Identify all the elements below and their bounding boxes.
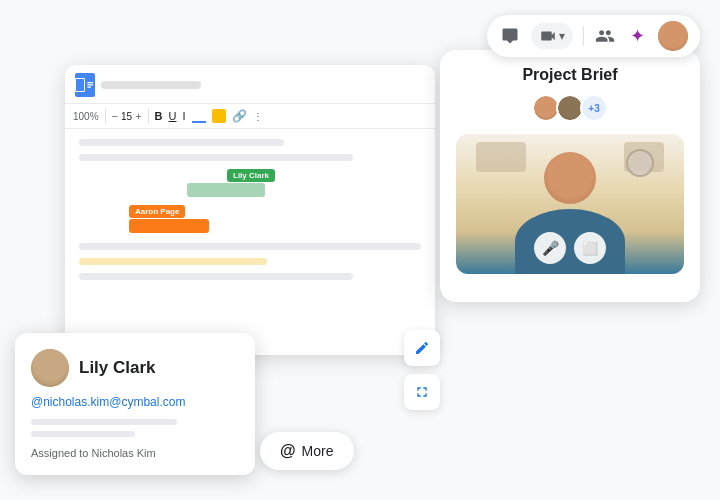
profile-email[interactable]: @nicholas.kim@cymbal.com: [31, 395, 239, 409]
doc-content: Lily Clark Aaron Page: [65, 129, 435, 298]
clock: [626, 149, 654, 177]
meet-toolbar: ▾ ✦: [487, 15, 700, 57]
lily-bar: [187, 183, 265, 197]
doc-line-5: [79, 273, 353, 280]
brief-title: Project Brief: [456, 66, 684, 84]
brief-card: Project Brief +3 🎤 ⬜: [440, 50, 700, 302]
brief-avatar-more: +3: [580, 94, 608, 122]
profile-lines: [31, 419, 239, 437]
pencil-edit-button[interactable]: [404, 330, 440, 366]
italic-btn[interactable]: I: [182, 110, 185, 122]
brief-avatars: +3: [456, 94, 684, 122]
video-button[interactable]: ⬜: [574, 232, 606, 264]
doc-line-4: [79, 258, 267, 265]
svg-rect-2: [87, 84, 93, 85]
doc-card: 100% − 15 + B U I 🔗 ⋮ Lily Clark Aaron P…: [65, 65, 435, 355]
more-button[interactable]: @ More: [260, 432, 354, 470]
underline-btn[interactable]: U: [169, 110, 177, 122]
svg-rect-3: [87, 87, 91, 88]
zoom-level[interactable]: 100%: [73, 111, 99, 122]
at-symbol: @: [280, 442, 296, 460]
mute-button[interactable]: 🎤: [534, 232, 566, 264]
text-color-btn[interactable]: [192, 109, 206, 123]
link-btn[interactable]: 🔗: [232, 109, 247, 123]
toolbar-divider-1: [105, 109, 106, 123]
doc-line-1: [79, 139, 284, 146]
doc-line-3: [79, 243, 421, 250]
chat-icon[interactable]: [499, 25, 521, 47]
gantt-row-lily: Lily Clark: [79, 169, 421, 201]
doc-logo-icon: [75, 73, 95, 97]
lily-label: Lily Clark: [227, 169, 275, 182]
aaron-label: Aaron Page: [129, 205, 185, 218]
profile-avatar: [31, 349, 69, 387]
user-avatar[interactable]: [658, 21, 688, 51]
person-head: [544, 152, 596, 204]
profile-line-2: [31, 431, 135, 437]
font-size-control[interactable]: − 15 +: [112, 110, 142, 122]
camera-button[interactable]: ▾: [531, 23, 573, 49]
people-icon[interactable]: [594, 25, 616, 47]
profile-name: Lily Clark: [79, 358, 156, 378]
doc-title: [101, 81, 201, 89]
toolbar-separator: [583, 26, 584, 46]
edit-icons: [404, 330, 440, 410]
gantt-chart: Lily Clark Aaron Page: [79, 169, 421, 239]
video-controls: 🎤 ⬜: [534, 232, 606, 264]
profile-header: Lily Clark: [31, 349, 239, 387]
more-button-label: More: [302, 443, 334, 459]
expand-edit-button[interactable]: [404, 374, 440, 410]
profile-line-1: [31, 419, 177, 425]
highlight-btn[interactable]: [212, 109, 226, 123]
doc-line-2: [79, 154, 353, 161]
toolbar-divider-2: [148, 109, 149, 123]
doc-toolbar: 100% − 15 + B U I 🔗 ⋮: [65, 104, 435, 129]
kitchen-cabinet-2: [476, 142, 526, 172]
profile-assigned: Assigned to Nicholas Kim: [31, 447, 239, 459]
profile-card: Lily Clark @nicholas.kim@cymbal.com Assi…: [15, 333, 255, 475]
camera-dropdown-arrow[interactable]: ▾: [559, 29, 565, 43]
svg-rect-1: [87, 82, 93, 83]
doc-header: [65, 65, 435, 104]
more-btn[interactable]: ⋮: [253, 111, 263, 122]
brief-video: 🎤 ⬜: [456, 134, 684, 274]
aaron-bar: [129, 219, 209, 233]
sparkle-icon[interactable]: ✦: [626, 25, 648, 47]
gantt-row-aaron: Aaron Page: [79, 205, 421, 233]
bold-btn[interactable]: B: [155, 110, 163, 122]
